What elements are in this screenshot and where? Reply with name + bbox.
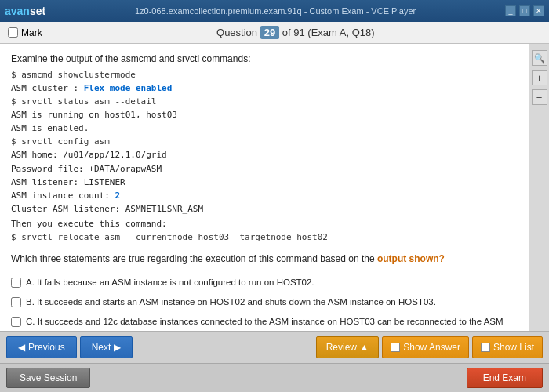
bottom-toolbar: ◀ Previous Next ▶ Review ▲ Show Answer S… (0, 331, 549, 363)
cmd-4: $ srvctl relocate asm – currentnode host… (11, 230, 525, 244)
option-c: C. It succeeds and 12c database instance… (11, 314, 525, 331)
option-c-label: C. It succeeds and 12c database instance… (26, 315, 525, 331)
question-number: 29 (260, 26, 279, 39)
next-label: Next (92, 342, 111, 353)
content-area: Examine the output of the asmcmd and srv… (0, 44, 549, 331)
total-questions: 91 (293, 27, 304, 38)
question-text: Which three statements are true regardin… (11, 252, 525, 267)
review-button[interactable]: Review ▲ (316, 336, 380, 358)
show-answer-button[interactable]: Show Answer (382, 336, 469, 358)
mark-checkbox[interactable] (8, 27, 18, 38)
minimize-button[interactable]: _ (505, 5, 516, 16)
intro-text: Examine the output of the asmcmd and srv… (11, 52, 525, 67)
of-label: of (282, 27, 293, 38)
save-session-label: Save Session (20, 372, 77, 383)
window-controls: _ □ ✕ (505, 5, 544, 16)
title-bar: avanset 1z0-068.examcollection.premium.e… (0, 0, 549, 22)
bottom-toolbar2: Save Session End Exam (0, 363, 549, 392)
cmd-then: Then you execute this command: (11, 217, 525, 230)
close-button[interactable]: ✕ (533, 5, 544, 16)
cmd-out-7: ASM instance count: 2 (11, 189, 525, 202)
cmd-1: $ asmcmd showclustermode (11, 68, 525, 82)
maximize-button[interactable]: □ (519, 5, 530, 16)
question-info: Question 29 of 91 (Exam A, Q18) (50, 27, 541, 38)
end-exam-button[interactable]: End Exam (467, 368, 543, 388)
cmd-out-8: Cluster ASM listener: ASMNET1LSNR_ASM (11, 202, 525, 216)
option-b: B. It succeeds and starts an ASM instanc… (11, 294, 525, 310)
app-logo: avanset (5, 5, 45, 17)
tools-panel: 🔍 + − (529, 44, 549, 331)
save-session-button[interactable]: Save Session (6, 368, 90, 388)
cmd-out-4: ASM home: /u01/app/12.1.0/grid (11, 148, 525, 162)
question-header: Mark Question 29 of 91 (Exam A, Q18) (0, 22, 549, 44)
prev-arrow-icon: ◀ (18, 342, 25, 353)
option-a: A. It fails because an ASM instance is n… (11, 274, 525, 290)
search-tool-button[interactable]: 🔍 (532, 50, 547, 66)
exam-info: Exam A, Q18 (311, 27, 372, 38)
cmd-2: $ srvctl status asm --detail (11, 95, 525, 108)
content-wrapper: Examine the output of the asmcmd and srv… (0, 44, 549, 331)
option-b-label: B. It succeeds and starts an ASM instanc… (26, 296, 436, 308)
show-list-button[interactable]: Show List (472, 336, 543, 358)
show-list-checkbox-icon (481, 343, 490, 352)
cmd-out-5: Password file: +DATA/orapwASM (11, 162, 525, 176)
next-button[interactable]: Next ▶ (80, 336, 133, 358)
cmd-out-1: ASM cluster : Flex mode enabled (11, 82, 525, 95)
option-a-checkbox[interactable] (11, 278, 21, 288)
show-list-label: Show List (493, 342, 534, 353)
option-b-checkbox[interactable] (11, 297, 21, 307)
question-label: Question (216, 27, 257, 38)
review-arrow-icon: ▲ (359, 342, 369, 353)
next-arrow-icon: ▶ (114, 342, 121, 353)
review-label: Review (326, 342, 357, 353)
cmd-3: $ srvctl config asm (11, 135, 525, 148)
option-a-label: A. It fails because an ASM instance is n… (26, 276, 314, 289)
option-c-checkbox[interactable] (11, 317, 21, 327)
cmd-out-2: ASM is running on host01, host03 (11, 108, 525, 122)
command-block: $ asmcmd showclustermode ASM cluster : F… (11, 68, 525, 244)
show-answer-checkbox-icon (391, 343, 400, 352)
cmd-out-3: ASM is enabled. (11, 122, 525, 135)
show-answer-label: Show Answer (403, 342, 460, 353)
previous-button[interactable]: ◀ Previous (6, 336, 77, 358)
end-exam-label: End Exam (483, 372, 526, 383)
mark-label: Mark (21, 27, 42, 38)
zoom-in-button[interactable]: + (532, 70, 547, 85)
main-area: Mark Question 29 of 91 (Exam A, Q18) Exa… (0, 22, 549, 392)
zoom-out-button[interactable]: − (532, 89, 547, 105)
cmd-out-6: ASM listener: LISTENER (11, 176, 525, 189)
window-title: 1z0-068.examcollection.premium.exam.91q … (45, 6, 505, 16)
mark-section: Mark (8, 27, 42, 38)
previous-label: Previous (28, 342, 65, 353)
